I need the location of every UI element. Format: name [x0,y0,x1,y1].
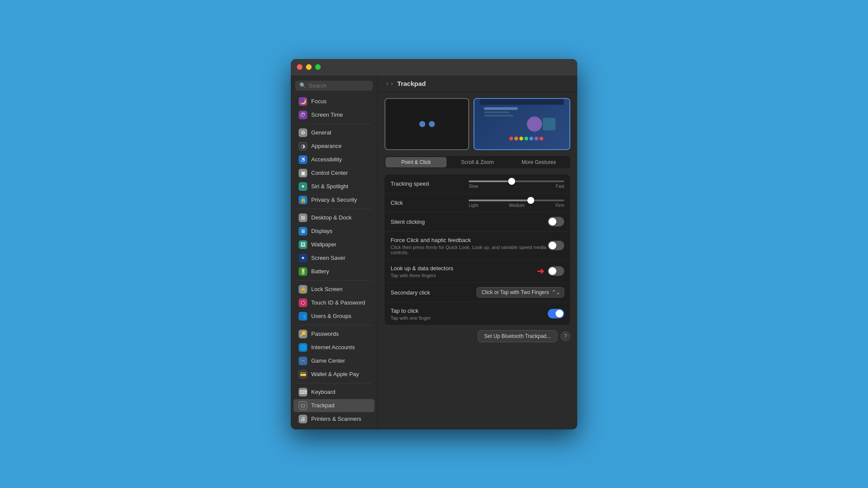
tap-to-click-toggle[interactable] [548,309,564,318]
users-groups-icon: 👥 [299,312,307,321]
sidebar-label-siri: Siri & Spotlight [311,183,348,190]
click-light-label: Light [469,203,478,208]
tracking-speed-slider-group: Slow Fast [469,179,564,189]
wallpaper-icon: 🖼 [299,240,307,249]
nav-arrows[interactable]: ‹ › [386,80,393,87]
tap-to-click-label: Tap to click [391,308,418,314]
screen-time-icon: ⏱ [299,111,307,119]
tab-scroll-zoom[interactable]: Scroll & Zoom [447,157,508,167]
sidebar-item-siri-spotlight[interactable]: ✦ Siri & Spotlight [293,180,375,193]
divider-1 [296,124,372,124]
click-thumb[interactable] [527,197,534,204]
sidebar-item-printers-scanners[interactable]: 🖨 Printers & Scanners [293,413,375,426]
keyboard-icon: ⌨ [299,388,307,396]
sidebar-item-battery[interactable]: 🔋 Battery [293,265,375,278]
search-input[interactable] [309,82,368,89]
dot-2 [429,121,435,127]
sidebar-label-battery: Battery [311,268,329,275]
sidebar-item-keyboard[interactable]: ⌨ Keyboard [293,386,375,399]
sidebar-item-general[interactable]: ⚙ General [293,126,375,139]
tab-more-gestures[interactable]: More Gestures [508,157,569,167]
click-track[interactable] [469,200,564,201]
help-button[interactable]: ? [561,331,570,341]
trackpad-preview-inactive [385,98,469,150]
tracking-speed-slow-label: Slow [469,184,478,189]
svg-rect-8 [519,137,523,141]
sidebar-label-accessibility: Accessibility [311,156,342,163]
force-click-sublabel: Click then press firmly for Quick Look, … [391,245,548,255]
sidebar-item-desktop-dock[interactable]: ⊞ Desktop & Dock [293,211,375,224]
sidebar-item-wallet-applepay[interactable]: 💳 Wallet & Apple Pay [293,368,375,381]
sidebar-item-focus[interactable]: 🌙 Focus [293,95,375,108]
accessibility-icon: ♿ [299,155,307,164]
sidebar-item-privacy-security[interactable]: 🔒 Privacy & Security [293,193,375,206]
maximize-button[interactable] [315,64,321,70]
sidebar-item-users-groups[interactable]: 👥 Users & Groups [293,310,375,323]
svg-rect-12 [539,137,543,141]
content-body: Point & Click Scroll & Zoom More Gesture… [378,92,577,353]
focus-icon: 🌙 [299,97,307,106]
search-box[interactable]: 🔍 [295,81,373,91]
svg-rect-10 [529,137,533,141]
content-header: ‹ › Trackpad [378,75,577,92]
close-button[interactable] [297,64,302,70]
look-up-row: Look up & data detectors Tap with three … [385,260,570,283]
tap-to-click-row: Tap to click Tap with one finger [385,302,570,325]
sidebar-item-wallpaper[interactable]: 🖼 Wallpaper [293,238,375,251]
search-icon: 🔍 [299,82,306,88]
sidebar-item-touch-id[interactable]: ⬡ Touch ID & Password [293,296,375,309]
general-icon: ⚙ [299,128,307,137]
sidebar-label-screen-saver: Screen Saver [311,255,345,261]
tap-to-click-sublabel: Tap with one finger [391,315,548,321]
sidebar-label-passwords: Passwords [311,331,339,337]
sidebar-item-passwords[interactable]: 🔑 Passwords [293,328,375,341]
tab-point-click[interactable]: Point & Click [385,157,447,167]
silent-clicking-toggle-thumb [549,218,556,226]
svg-rect-11 [535,137,539,141]
svg-rect-5 [543,118,556,130]
sidebar-item-screen-saver[interactable]: ✦ Screen Saver [293,252,375,265]
forward-arrow-icon[interactable]: › [391,80,393,87]
sidebar-label-lock-screen: Lock Screen [311,286,342,292]
force-click-label: Force Click and haptic feedback [391,237,471,243]
internet-accounts-icon: 🌐 [299,343,307,352]
tracking-speed-thumb[interactable] [508,178,515,185]
back-arrow-icon[interactable]: ‹ [386,80,388,87]
sidebar-label-desktop-dock: Desktop & Dock [311,214,352,221]
sidebar-item-screen-time[interactable]: ⏱ Screen Time [293,108,375,121]
sidebar-item-game-center[interactable]: 🎮 Game Center [293,354,375,367]
sidebar-item-internet-accounts[interactable]: 🌐 Internet Accounts [293,341,375,354]
silent-clicking-toggle[interactable] [548,217,564,226]
sidebar-item-control-center[interactable]: ▣ Control Center [293,167,375,180]
printers-icon: 🖨 [299,415,307,423]
click-firm-label: Firm [556,203,564,208]
tracking-speed-track[interactable] [469,180,564,182]
sidebar-label-focus: Focus [311,98,326,105]
look-up-arrow-row: ➜ [537,266,564,276]
sidebar-item-displays[interactable]: 🖥 Displays [293,225,375,238]
look-up-toggle[interactable] [548,266,564,276]
bottom-row: Set Up Bluetooth Trackpad... ? [385,330,570,347]
click-labels: Light Medium Firm [469,203,564,208]
touch-id-icon: ⬡ [299,298,307,307]
sidebar-item-appearance[interactable]: ◑ Appearance [293,140,375,153]
secondary-click-label: Secondary click [391,289,430,296]
sidebar-label-screen-time: Screen Time [311,111,343,118]
look-up-sublabel: Tap with three fingers [391,273,537,278]
bluetooth-trackpad-button[interactable]: Set Up Bluetooth Trackpad... [478,330,557,342]
sidebar-label-control-center: Control Center [311,170,348,176]
system-preferences-window: 🔍 🌙 Focus ⏱ Screen Time ⚙ General ◑ Appe… [291,59,577,429]
settings-section: Tracking speed Slow Fast [385,174,570,325]
sidebar-item-accessibility[interactable]: ♿ Accessibility [293,153,375,166]
sidebar-label-general: General [311,129,331,136]
sidebar-item-trackpad[interactable]: □ Trackpad ◀ [293,399,375,412]
minimize-button[interactable] [306,64,312,70]
click-row: Click Light Medium Firm [385,193,570,213]
secondary-click-value: Click or Tap with Two Fingers [481,289,549,295]
force-click-toggle[interactable] [548,241,564,250]
secondary-click-dropdown[interactable]: Click or Tap with Two Fingers ⌃⌄ [477,287,564,298]
sidebar-label-keyboard: Keyboard [311,389,335,395]
sidebar-item-lock-screen[interactable]: 🔒 Lock Screen [293,283,375,296]
divider-2 [296,209,372,209]
appearance-icon: ◑ [299,142,307,151]
